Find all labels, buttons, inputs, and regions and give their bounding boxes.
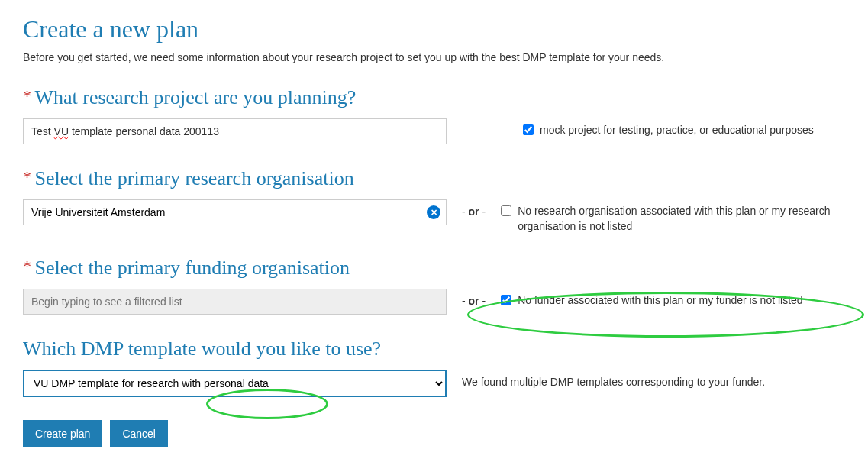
- funding-org-input[interactable]: [23, 289, 447, 315]
- template-select[interactable]: VU DMP template for research with person…: [23, 370, 447, 397]
- no-funder-label: No funder associated with this plan or m…: [518, 293, 803, 309]
- project-value-prefix: Test: [31, 125, 54, 137]
- cancel-button[interactable]: Cancel: [110, 420, 168, 447]
- intro-text: Before you get started, we need some inf…: [23, 51, 845, 63]
- project-value-misspelled: VU: [54, 125, 69, 137]
- template-note: We found multiple DMP templates correspo…: [462, 370, 765, 388]
- clear-icon[interactable]: [427, 205, 440, 219]
- funding-org-section: * Select the primary funding organisatio…: [23, 257, 845, 315]
- mock-project-checkbox[interactable]: [523, 124, 534, 135]
- funding-org-label: Select the primary funding organisation: [34, 257, 350, 279]
- research-org-section: * Select the primary research organisati…: [23, 167, 845, 234]
- mock-project-label: mock project for testing, practice, or e…: [540, 123, 814, 138]
- page-title: Create a new plan: [23, 15, 845, 44]
- no-funder-checkbox[interactable]: [501, 295, 511, 305]
- template-section: Which DMP template would you like to use…: [23, 338, 845, 397]
- required-asterisk: *: [23, 86, 31, 105]
- required-asterisk: *: [23, 167, 31, 186]
- no-research-org-checkbox[interactable]: [501, 205, 511, 216]
- project-label: What research project are you planning?: [34, 86, 356, 108]
- project-section: * What research project are you planning…: [23, 86, 845, 144]
- no-research-org-label: No research organisation associated with…: [518, 204, 845, 234]
- project-value-suffix: template personal data 200113: [69, 125, 219, 137]
- project-name-input[interactable]: Test VU template personal data 200113: [23, 118, 447, 144]
- research-org-input[interactable]: [23, 199, 447, 225]
- research-org-label: Select the primary research organisation: [34, 167, 353, 189]
- create-plan-button[interactable]: Create plan: [23, 420, 102, 447]
- required-asterisk: *: [23, 257, 31, 276]
- template-label: Which DMP template would you like to use…: [23, 338, 381, 360]
- or-separator: - or -: [462, 289, 486, 307]
- or-separator: - or -: [462, 199, 486, 218]
